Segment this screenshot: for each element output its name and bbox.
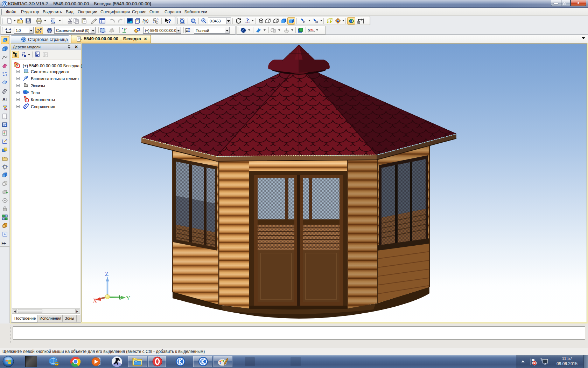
svg-text:1: 1 bbox=[154, 19, 156, 21]
svg-text:X: X bbox=[93, 297, 97, 304]
svg-text:A: A bbox=[2, 97, 6, 102]
svg-text:Z: Z bbox=[105, 271, 108, 277]
svg-text:A: A bbox=[308, 28, 310, 32]
svg-text:?: ? bbox=[168, 18, 171, 24]
svg-text:±1: ±1 bbox=[310, 28, 314, 31]
svg-text:2: 2 bbox=[156, 21, 158, 23]
svg-text:Y: Y bbox=[126, 295, 130, 301]
svg-text:?: ? bbox=[136, 19, 138, 23]
svg-text:f(x): f(x) bbox=[142, 19, 148, 23]
